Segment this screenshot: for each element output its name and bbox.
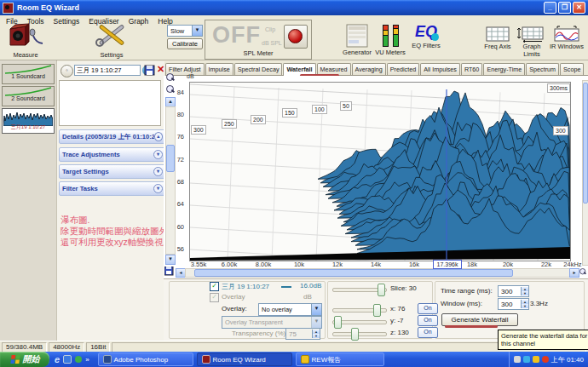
settings-button[interactable]: Settings xyxy=(94,22,130,59)
z-on-button[interactable]: On xyxy=(418,327,438,338)
media-player-icon[interactable] xyxy=(75,356,82,363)
task-adobe-photoshop[interactable]: Adobe Photoshop xyxy=(98,353,193,366)
overlay-checkbox-disabled[interactable]: ✓ xyxy=(210,293,219,302)
y-tick: 64 xyxy=(170,200,184,208)
time-slice-label: 100 xyxy=(312,105,327,114)
waterfall-chart[interactable] xyxy=(190,83,570,261)
save-icon[interactable] xyxy=(144,65,155,76)
task-room-eq-wizard[interactable]: Room EQ Wizard xyxy=(197,353,292,366)
chevron-down-icon[interactable]: ▾ xyxy=(153,184,163,193)
transparency-spinner[interactable]: 75 ▲▼ xyxy=(285,328,320,340)
freq-axis-button[interactable]: Freq Axis xyxy=(482,26,513,50)
measurement-thumb-3-selected[interactable]: 三月19 1:10:27 xyxy=(2,108,55,134)
freq-axis-grid-icon xyxy=(482,26,513,43)
menu-settings[interactable]: Settings xyxy=(54,17,80,26)
window-spinner[interactable]: 300 ▲▼ xyxy=(498,298,529,310)
tab-rt60[interactable]: RT60 xyxy=(461,63,482,75)
trace-visible-checkbox[interactable]: ✓ xyxy=(210,282,219,291)
title-bar: Room EQ Wizard _ ❐ ✕ xyxy=(0,0,588,15)
spin-down-icon[interactable]: ▼ xyxy=(313,334,320,338)
slice-slider-thumb[interactable] xyxy=(378,284,385,296)
section-trace-adjustments[interactable]: Trace Adjustments ▾ xyxy=(59,147,165,162)
meter-speed-select[interactable]: Slow ▼ xyxy=(167,25,203,37)
generator-button[interactable]: Generator xyxy=(341,23,373,56)
calibrate-button[interactable]: Calibrate xyxy=(167,38,203,49)
tab-energy-time[interactable]: Energy-Time xyxy=(483,63,525,75)
section-target-settings[interactable]: Target Settings ▾ xyxy=(59,164,165,179)
x-rotation-slider-thumb[interactable] xyxy=(373,304,381,317)
volume-icon[interactable] xyxy=(514,356,521,363)
menu-graph[interactable]: Graph xyxy=(129,17,149,26)
measurement-thumb-2[interactable]: 2 Soundcard xyxy=(2,86,55,106)
tab-impulse[interactable]: Impulse xyxy=(205,63,233,75)
start-button[interactable]: 開始 xyxy=(0,352,49,367)
quick-launch-overflow-icon[interactable]: » xyxy=(85,356,89,364)
x-tick: 3.55k xyxy=(185,261,212,268)
waterfall-plot[interactable]: 300 250 200 150 100 50 300ms 300 xyxy=(189,82,571,261)
save-graph-icon[interactable] xyxy=(164,267,174,276)
minimize-button[interactable]: _ xyxy=(544,2,556,14)
x-on-button[interactable]: On xyxy=(418,303,438,314)
tab-spectral-decay[interactable]: Spectral Decay xyxy=(234,63,283,75)
chevron-up-icon[interactable]: ▴ xyxy=(154,132,163,141)
desktop-icon[interactable] xyxy=(63,355,72,364)
tab-predicted[interactable]: Predicted xyxy=(387,63,419,75)
ie-icon[interactable]: e xyxy=(55,354,60,364)
overlay-select[interactable]: No overlay ▼ xyxy=(258,303,322,316)
overlay-transparent-select-disabled[interactable]: Overlay Transparent ▼ xyxy=(222,316,322,329)
y-on-button[interactable]: On xyxy=(418,315,438,326)
overlay-check-label: Overlay xyxy=(222,293,245,301)
spin-down-icon[interactable]: ▼ xyxy=(522,291,528,295)
trace-name-input[interactable] xyxy=(74,65,141,76)
spin-down-icon[interactable]: ▼ xyxy=(522,304,528,308)
z-rotation-slider[interactable] xyxy=(332,332,387,336)
annotation-line-2: 除更動時間範圍與縮放圖外, xyxy=(61,226,170,237)
restore-button[interactable]: ❐ xyxy=(558,2,571,14)
measurement-thumb-1[interactable]: 1 Soundcard xyxy=(2,64,55,84)
section-details[interactable]: Details (2005/3/19 上午 01:10:27) ▴ xyxy=(59,129,165,144)
chevron-down-icon[interactable]: ▼ xyxy=(192,26,202,36)
h-scroll-thumb[interactable] xyxy=(194,269,513,277)
v-scroll-down-button[interactable]: ▼ xyxy=(165,255,176,265)
menu-help[interactable]: Help xyxy=(158,17,172,26)
time-range-spinner[interactable]: 300 ▲▼ xyxy=(498,285,529,297)
y-tick: 56 xyxy=(170,245,184,253)
eq-filters-button[interactable]: EQ EQ Filters xyxy=(409,23,443,49)
taskbar: 開始 e » Adobe Photoshop Room EQ Wizard RE… xyxy=(0,352,588,367)
trace-menu-button[interactable]: ◦ xyxy=(61,65,73,77)
tab-all-impulses[interactable]: All Impulses xyxy=(420,63,460,75)
chevron-down-icon[interactable]: ▼ xyxy=(311,304,321,315)
graph-h-scrollbar[interactable] xyxy=(185,268,570,278)
generate-waterfall-button[interactable]: Generate Waterfall xyxy=(441,313,518,326)
zoom-x-icon[interactable] xyxy=(579,267,588,277)
y-rotation-slider-thumb[interactable] xyxy=(334,316,342,329)
time-slice-label: 150 xyxy=(282,108,297,118)
close-button[interactable]: ✕ xyxy=(573,2,585,14)
network-icon[interactable] xyxy=(523,356,530,363)
transparency-label: Transparency (%) xyxy=(232,330,285,337)
messenger-icon[interactable] xyxy=(542,356,549,363)
security-shield-icon[interactable] xyxy=(533,356,539,363)
spl-value: OFF xyxy=(212,22,261,49)
record-button[interactable] xyxy=(284,25,308,49)
ir-windows-button[interactable]: IR Windows xyxy=(549,26,585,50)
tab-scope[interactable]: Scope xyxy=(560,63,584,75)
delete-trace-icon[interactable]: ✕ xyxy=(157,64,164,75)
generator-label: Generator xyxy=(341,49,373,56)
tab-measured[interactable]: Measured xyxy=(317,63,351,75)
chevron-down-icon[interactable]: ▾ xyxy=(153,150,163,159)
task-rew-folder[interactable]: REW報告 xyxy=(296,353,384,366)
vu-meters-button[interactable]: VU Meters xyxy=(375,23,406,56)
z-rotation-slider-thumb[interactable] xyxy=(351,328,359,341)
v-scroll-thumb-right[interactable] xyxy=(583,83,588,204)
chevron-down-icon[interactable]: ▾ xyxy=(153,167,163,176)
section-filter-tasks[interactable]: Filter Tasks ▾ xyxy=(59,181,165,196)
zoom-in-icon[interactable] xyxy=(166,73,176,83)
tab-averaging[interactable]: Averaging xyxy=(352,63,386,75)
graph-limits-button[interactable]: Graph Limits xyxy=(515,26,549,58)
trace-notes-box[interactable] xyxy=(59,80,161,126)
time-range-label: Time range (ms): xyxy=(441,287,493,295)
tab-spectrum[interactable]: Spectrum xyxy=(526,63,559,75)
measure-button[interactable]: Measure xyxy=(7,22,44,59)
graph-v-scrollbar-right[interactable] xyxy=(582,80,588,266)
